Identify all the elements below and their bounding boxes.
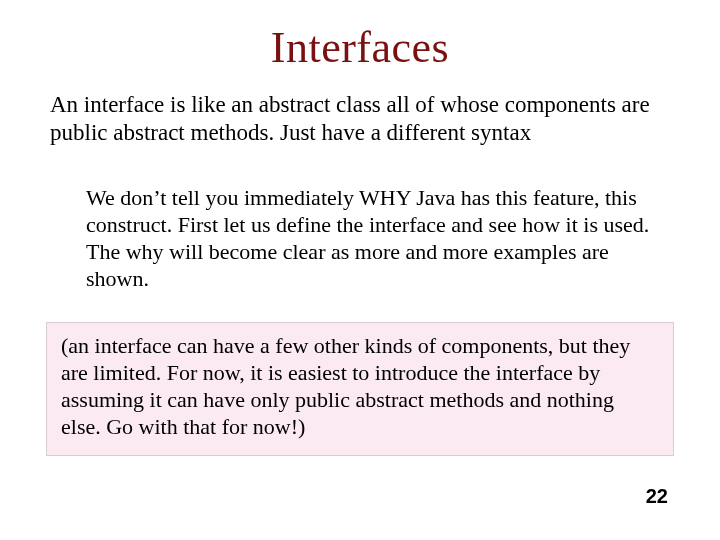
note-text: (an interface can have a few other kinds… bbox=[61, 333, 630, 438]
note-box: (an interface can have a few other kinds… bbox=[46, 322, 674, 455]
explanation-paragraph: We don’t tell you immediately WHY Java h… bbox=[86, 185, 650, 292]
slide-title: Interfaces bbox=[0, 0, 720, 91]
lead-paragraph: An interface is like an abstract class a… bbox=[50, 91, 670, 147]
page-number: 22 bbox=[646, 485, 668, 508]
slide: Interfaces An interface is like an abstr… bbox=[0, 0, 720, 540]
